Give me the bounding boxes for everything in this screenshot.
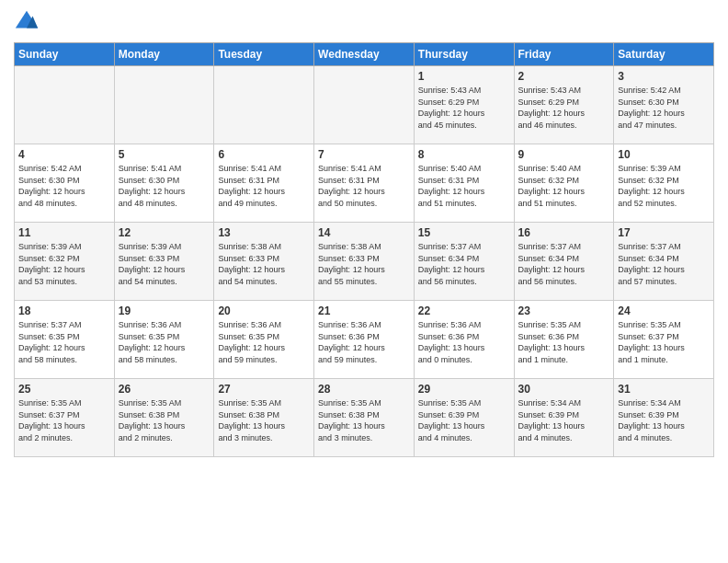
calendar-cell: 31Sunrise: 5:34 AMSunset: 6:39 PMDayligh… — [614, 379, 714, 457]
day-number: 19 — [119, 304, 210, 317]
calendar-cell — [114, 66, 214, 144]
calendar-cell: 2Sunrise: 5:43 AMSunset: 6:29 PMDaylight… — [514, 66, 614, 144]
calendar-cell: 22Sunrise: 5:36 AMSunset: 6:36 PMDayligh… — [414, 301, 514, 379]
day-number: 10 — [618, 148, 710, 161]
day-info: Sunrise: 5:42 AMSunset: 6:30 PMDaylight:… — [618, 85, 710, 131]
week-row-1: 1Sunrise: 5:43 AMSunset: 6:29 PMDaylight… — [15, 66, 714, 144]
page: SundayMondayTuesdayWednesdayThursdayFrid… — [0, 0, 728, 471]
calendar-cell — [314, 66, 415, 144]
calendar-cell: 27Sunrise: 5:35 AMSunset: 6:38 PMDayligh… — [214, 379, 314, 457]
day-info: Sunrise: 5:38 AMSunset: 6:33 PMDaylight:… — [318, 241, 410, 287]
calendar-cell: 18Sunrise: 5:37 AMSunset: 6:35 PMDayligh… — [15, 301, 115, 379]
calendar-cell: 10Sunrise: 5:39 AMSunset: 6:32 PMDayligh… — [614, 144, 714, 223]
day-number: 11 — [18, 226, 110, 239]
day-number: 25 — [18, 383, 110, 396]
day-info: Sunrise: 5:35 AMSunset: 6:36 PMDaylight:… — [518, 319, 610, 365]
calendar-cell: 19Sunrise: 5:36 AMSunset: 6:35 PMDayligh… — [114, 301, 214, 379]
day-info: Sunrise: 5:36 AMSunset: 6:35 PMDaylight:… — [218, 319, 310, 365]
day-info: Sunrise: 5:41 AMSunset: 6:31 PMDaylight:… — [218, 163, 310, 209]
header-row: SundayMondayTuesdayWednesdayThursdayFrid… — [15, 43, 714, 66]
header-day-tuesday: Tuesday — [214, 43, 314, 66]
header-day-sunday: Sunday — [15, 43, 115, 66]
calendar-cell: 11Sunrise: 5:39 AMSunset: 6:32 PMDayligh… — [15, 223, 115, 301]
calendar-cell: 29Sunrise: 5:35 AMSunset: 6:39 PMDayligh… — [414, 379, 514, 457]
calendar-cell: 25Sunrise: 5:35 AMSunset: 6:37 PMDayligh… — [15, 379, 115, 457]
day-info: Sunrise: 5:34 AMSunset: 6:39 PMDaylight:… — [518, 397, 610, 443]
day-info: Sunrise: 5:36 AMSunset: 6:36 PMDaylight:… — [418, 319, 510, 365]
logo — [14, 9, 43, 35]
day-number: 14 — [318, 226, 410, 239]
day-info: Sunrise: 5:43 AMSunset: 6:29 PMDaylight:… — [518, 85, 610, 131]
calendar-cell: 14Sunrise: 5:38 AMSunset: 6:33 PMDayligh… — [314, 223, 415, 301]
day-info: Sunrise: 5:36 AMSunset: 6:35 PMDaylight:… — [119, 319, 210, 365]
day-number: 31 — [618, 383, 710, 396]
calendar-cell: 28Sunrise: 5:35 AMSunset: 6:38 PMDayligh… — [314, 379, 415, 457]
calendar-cell: 12Sunrise: 5:39 AMSunset: 6:33 PMDayligh… — [114, 223, 214, 301]
day-number: 16 — [518, 226, 610, 239]
day-info: Sunrise: 5:39 AMSunset: 6:32 PMDaylight:… — [618, 163, 710, 209]
day-info: Sunrise: 5:40 AMSunset: 6:32 PMDaylight:… — [518, 163, 610, 209]
calendar-cell: 1Sunrise: 5:43 AMSunset: 6:29 PMDaylight… — [414, 66, 514, 144]
calendar-cell: 4Sunrise: 5:42 AMSunset: 6:30 PMDaylight… — [15, 144, 115, 223]
calendar-cell: 7Sunrise: 5:41 AMSunset: 6:31 PMDaylight… — [314, 144, 415, 223]
day-info: Sunrise: 5:34 AMSunset: 6:39 PMDaylight:… — [618, 397, 710, 443]
calendar-cell: 6Sunrise: 5:41 AMSunset: 6:31 PMDaylight… — [214, 144, 314, 223]
day-info: Sunrise: 5:43 AMSunset: 6:29 PMDaylight:… — [418, 85, 510, 131]
week-row-4: 18Sunrise: 5:37 AMSunset: 6:35 PMDayligh… — [15, 301, 714, 379]
calendar-cell: 15Sunrise: 5:37 AMSunset: 6:34 PMDayligh… — [414, 223, 514, 301]
week-row-3: 11Sunrise: 5:39 AMSunset: 6:32 PMDayligh… — [15, 223, 714, 301]
day-number: 1 — [418, 70, 510, 83]
calendar-cell: 24Sunrise: 5:35 AMSunset: 6:37 PMDayligh… — [614, 301, 714, 379]
day-info: Sunrise: 5:35 AMSunset: 6:38 PMDaylight:… — [218, 397, 310, 443]
day-number: 18 — [18, 304, 110, 317]
calendar-cell: 5Sunrise: 5:41 AMSunset: 6:30 PMDaylight… — [114, 144, 214, 223]
header-day-friday: Friday — [514, 43, 614, 66]
calendar-cell — [15, 66, 115, 144]
day-info: Sunrise: 5:37 AMSunset: 6:34 PMDaylight:… — [418, 241, 510, 287]
header-day-thursday: Thursday — [414, 43, 514, 66]
calendar-cell: 3Sunrise: 5:42 AMSunset: 6:30 PMDaylight… — [614, 66, 714, 144]
day-number: 28 — [318, 383, 410, 396]
day-info: Sunrise: 5:38 AMSunset: 6:33 PMDaylight:… — [218, 241, 310, 287]
day-number: 2 — [518, 70, 610, 83]
header-day-monday: Monday — [114, 43, 214, 66]
day-info: Sunrise: 5:41 AMSunset: 6:30 PMDaylight:… — [119, 163, 210, 209]
day-number: 6 — [218, 148, 310, 161]
calendar-cell: 23Sunrise: 5:35 AMSunset: 6:36 PMDayligh… — [514, 301, 614, 379]
day-number: 17 — [618, 226, 710, 239]
day-number: 15 — [418, 226, 510, 239]
calendar-cell: 17Sunrise: 5:37 AMSunset: 6:34 PMDayligh… — [614, 223, 714, 301]
day-number: 12 — [119, 226, 210, 239]
day-info: Sunrise: 5:35 AMSunset: 6:37 PMDaylight:… — [618, 319, 710, 365]
day-number: 7 — [318, 148, 410, 161]
calendar-cell: 16Sunrise: 5:37 AMSunset: 6:34 PMDayligh… — [514, 223, 614, 301]
day-info: Sunrise: 5:36 AMSunset: 6:36 PMDaylight:… — [318, 319, 410, 365]
day-number: 24 — [618, 304, 710, 317]
header-day-saturday: Saturday — [614, 43, 714, 66]
day-number: 5 — [119, 148, 210, 161]
day-info: Sunrise: 5:35 AMSunset: 6:39 PMDaylight:… — [418, 397, 510, 443]
day-info: Sunrise: 5:35 AMSunset: 6:37 PMDaylight:… — [18, 397, 110, 443]
day-info: Sunrise: 5:37 AMSunset: 6:34 PMDaylight:… — [518, 241, 610, 287]
header-day-wednesday: Wednesday — [314, 43, 415, 66]
week-row-2: 4Sunrise: 5:42 AMSunset: 6:30 PMDaylight… — [15, 144, 714, 223]
day-number: 23 — [518, 304, 610, 317]
day-number: 21 — [318, 304, 410, 317]
day-info: Sunrise: 5:41 AMSunset: 6:31 PMDaylight:… — [318, 163, 410, 209]
day-info: Sunrise: 5:37 AMSunset: 6:35 PMDaylight:… — [18, 319, 110, 365]
day-number: 27 — [218, 383, 310, 396]
calendar-cell: 20Sunrise: 5:36 AMSunset: 6:35 PMDayligh… — [214, 301, 314, 379]
day-number: 4 — [18, 148, 110, 161]
calendar-cell: 26Sunrise: 5:35 AMSunset: 6:38 PMDayligh… — [114, 379, 214, 457]
calendar-cell: 21Sunrise: 5:36 AMSunset: 6:36 PMDayligh… — [314, 301, 415, 379]
day-number: 20 — [218, 304, 310, 317]
calendar-table: SundayMondayTuesdayWednesdayThursdayFrid… — [14, 42, 714, 457]
header — [14, 9, 714, 35]
day-info: Sunrise: 5:39 AMSunset: 6:33 PMDaylight:… — [119, 241, 210, 287]
day-number: 3 — [618, 70, 710, 83]
day-number: 29 — [418, 383, 510, 396]
calendar-cell: 8Sunrise: 5:40 AMSunset: 6:31 PMDaylight… — [414, 144, 514, 223]
day-info: Sunrise: 5:42 AMSunset: 6:30 PMDaylight:… — [18, 163, 110, 209]
week-row-5: 25Sunrise: 5:35 AMSunset: 6:37 PMDayligh… — [15, 379, 714, 457]
day-info: Sunrise: 5:35 AMSunset: 6:38 PMDaylight:… — [119, 397, 210, 443]
